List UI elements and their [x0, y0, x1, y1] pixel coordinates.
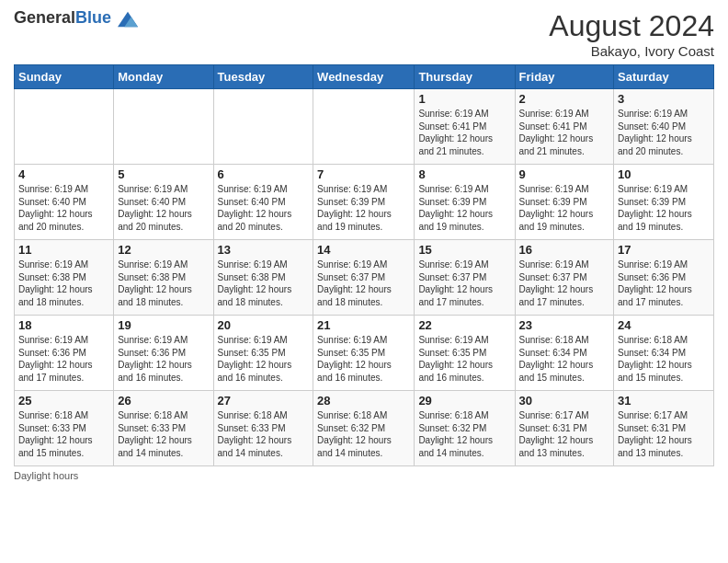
day-info: Sunrise: 6:19 AM Sunset: 6:38 PM Dayligh… — [218, 259, 310, 308]
day-cell: 31Sunrise: 6:17 AM Sunset: 6:31 PM Dayli… — [614, 391, 714, 466]
day-number: 1 — [418, 92, 510, 106]
day-number: 30 — [519, 394, 610, 408]
calendar-page: GeneralBlue August 2024 Bakayo, Ivory Co… — [0, 0, 728, 563]
day-number: 11 — [18, 243, 109, 257]
day-number: 25 — [18, 394, 109, 408]
day-cell: 25Sunrise: 6:18 AM Sunset: 6:33 PM Dayli… — [15, 391, 114, 466]
calendar-header: SundayMondayTuesdayWednesdayThursdayFrid… — [15, 65, 714, 89]
day-number: 31 — [618, 394, 710, 408]
title-block: August 2024 Bakayo, Ivory Coast — [549, 9, 714, 59]
week-row-5: 25Sunrise: 6:18 AM Sunset: 6:33 PM Dayli… — [15, 391, 714, 466]
logo-icon — [118, 9, 138, 29]
day-number: 22 — [418, 318, 510, 332]
day-cell: 20Sunrise: 6:19 AM Sunset: 6:35 PM Dayli… — [213, 316, 313, 391]
day-number: 23 — [519, 318, 610, 332]
day-number: 9 — [519, 167, 610, 181]
day-number: 6 — [218, 167, 310, 181]
calendar-body: 1Sunrise: 6:19 AM Sunset: 6:41 PM Daylig… — [15, 89, 714, 466]
footer: Daylight hours — [14, 470, 714, 481]
day-number: 17 — [618, 243, 710, 257]
day-number: 19 — [118, 318, 209, 332]
day-info: Sunrise: 6:18 AM Sunset: 6:34 PM Dayligh… — [618, 334, 710, 384]
header-day-friday: Friday — [515, 65, 614, 89]
day-info: Sunrise: 6:17 AM Sunset: 6:31 PM Dayligh… — [618, 409, 710, 459]
day-info: Sunrise: 6:19 AM Sunset: 6:38 PM Dayligh… — [118, 259, 209, 308]
day-info: Sunrise: 6:19 AM Sunset: 6:37 PM Dayligh… — [519, 259, 610, 308]
day-info: Sunrise: 6:19 AM Sunset: 6:40 PM Dayligh… — [618, 108, 710, 157]
day-number: 18 — [18, 318, 109, 332]
day-number: 2 — [519, 92, 610, 106]
day-number: 7 — [317, 167, 410, 181]
day-cell: 18Sunrise: 6:19 AM Sunset: 6:36 PM Dayli… — [15, 316, 114, 391]
day-info: Sunrise: 6:19 AM Sunset: 6:39 PM Dayligh… — [317, 183, 410, 233]
calendar-table: SundayMondayTuesdayWednesdayThursdayFrid… — [14, 64, 714, 466]
day-cell: 29Sunrise: 6:18 AM Sunset: 6:32 PM Dayli… — [415, 391, 515, 466]
week-row-2: 4Sunrise: 6:19 AM Sunset: 6:40 PM Daylig… — [15, 165, 714, 240]
day-cell: 7Sunrise: 6:19 AM Sunset: 6:39 PM Daylig… — [313, 165, 415, 240]
day-number: 15 — [418, 243, 510, 257]
day-number: 26 — [118, 394, 209, 408]
day-info: Sunrise: 6:19 AM Sunset: 6:37 PM Dayligh… — [317, 259, 410, 308]
day-info: Sunrise: 6:19 AM Sunset: 6:41 PM Dayligh… — [418, 108, 510, 157]
header-day-sunday: Sunday — [15, 65, 114, 89]
logo: GeneralBlue — [14, 9, 138, 29]
day-info: Sunrise: 6:18 AM Sunset: 6:33 PM Dayligh… — [218, 409, 310, 459]
day-cell: 5Sunrise: 6:19 AM Sunset: 6:40 PM Daylig… — [114, 165, 213, 240]
day-cell: 4Sunrise: 6:19 AM Sunset: 6:40 PM Daylig… — [15, 165, 114, 240]
day-cell: 30Sunrise: 6:17 AM Sunset: 6:31 PM Dayli… — [515, 391, 614, 466]
day-info: Sunrise: 6:18 AM Sunset: 6:34 PM Dayligh… — [519, 334, 610, 384]
header-day-wednesday: Wednesday — [313, 65, 415, 89]
day-cell: 13Sunrise: 6:19 AM Sunset: 6:38 PM Dayli… — [213, 240, 313, 316]
day-cell: 2Sunrise: 6:19 AM Sunset: 6:41 PM Daylig… — [515, 89, 614, 165]
day-cell: 11Sunrise: 6:19 AM Sunset: 6:38 PM Dayli… — [15, 240, 114, 316]
day-cell: 9Sunrise: 6:19 AM Sunset: 6:39 PM Daylig… — [515, 165, 614, 240]
day-number: 14 — [317, 243, 410, 257]
day-cell: 3Sunrise: 6:19 AM Sunset: 6:40 PM Daylig… — [614, 89, 714, 165]
day-info: Sunrise: 6:19 AM Sunset: 6:41 PM Dayligh… — [519, 108, 610, 157]
day-cell: 17Sunrise: 6:19 AM Sunset: 6:36 PM Dayli… — [614, 240, 714, 316]
day-cell: 14Sunrise: 6:19 AM Sunset: 6:37 PM Dayli… — [313, 240, 415, 316]
day-number: 3 — [618, 92, 710, 106]
day-info: Sunrise: 6:19 AM Sunset: 6:40 PM Dayligh… — [218, 183, 310, 233]
day-info: Sunrise: 6:18 AM Sunset: 6:33 PM Dayligh… — [18, 409, 109, 459]
day-number: 29 — [418, 394, 510, 408]
week-row-3: 11Sunrise: 6:19 AM Sunset: 6:38 PM Dayli… — [15, 240, 714, 316]
day-info: Sunrise: 6:19 AM Sunset: 6:35 PM Dayligh… — [317, 334, 410, 384]
day-number: 21 — [317, 318, 410, 332]
day-number: 8 — [418, 167, 510, 181]
day-info: Sunrise: 6:18 AM Sunset: 6:33 PM Dayligh… — [118, 409, 209, 459]
day-info: Sunrise: 6:17 AM Sunset: 6:31 PM Dayligh… — [519, 409, 610, 459]
day-cell — [114, 89, 213, 165]
day-cell: 12Sunrise: 6:19 AM Sunset: 6:38 PM Dayli… — [114, 240, 213, 316]
day-info: Sunrise: 6:19 AM Sunset: 6:36 PM Dayligh… — [118, 334, 209, 384]
day-number: 13 — [218, 243, 310, 257]
day-number: 4 — [18, 167, 109, 181]
day-number: 27 — [218, 394, 310, 408]
daylight-hours-label: Daylight hours — [14, 470, 78, 481]
day-number: 24 — [618, 318, 710, 332]
day-number: 12 — [118, 243, 209, 257]
day-info: Sunrise: 6:18 AM Sunset: 6:32 PM Dayligh… — [418, 409, 510, 459]
day-info: Sunrise: 6:19 AM Sunset: 6:39 PM Dayligh… — [519, 183, 610, 233]
week-row-1: 1Sunrise: 6:19 AM Sunset: 6:41 PM Daylig… — [15, 89, 714, 165]
logo-blue-text: Blue — [75, 8, 111, 27]
day-cell: 19Sunrise: 6:19 AM Sunset: 6:36 PM Dayli… — [114, 316, 213, 391]
day-cell: 6Sunrise: 6:19 AM Sunset: 6:40 PM Daylig… — [213, 165, 313, 240]
day-info: Sunrise: 6:19 AM Sunset: 6:36 PM Dayligh… — [618, 259, 710, 308]
day-number: 28 — [317, 394, 410, 408]
day-cell: 23Sunrise: 6:18 AM Sunset: 6:34 PM Dayli… — [515, 316, 614, 391]
day-cell: 22Sunrise: 6:19 AM Sunset: 6:35 PM Dayli… — [415, 316, 515, 391]
logo-general-text: General — [14, 8, 75, 27]
day-info: Sunrise: 6:19 AM Sunset: 6:36 PM Dayligh… — [18, 334, 109, 384]
calendar-title: August 2024 — [549, 9, 714, 43]
day-cell: 16Sunrise: 6:19 AM Sunset: 6:37 PM Dayli… — [515, 240, 614, 316]
day-info: Sunrise: 6:19 AM Sunset: 6:40 PM Dayligh… — [118, 183, 209, 233]
header-day-monday: Monday — [114, 65, 213, 89]
header-row: SundayMondayTuesdayWednesdayThursdayFrid… — [15, 65, 714, 89]
day-number: 20 — [218, 318, 310, 332]
day-cell — [15, 89, 114, 165]
day-cell: 15Sunrise: 6:19 AM Sunset: 6:37 PM Dayli… — [415, 240, 515, 316]
day-info: Sunrise: 6:19 AM Sunset: 6:38 PM Dayligh… — [18, 259, 109, 308]
day-cell — [313, 89, 415, 165]
calendar-subtitle: Bakayo, Ivory Coast — [549, 43, 714, 59]
